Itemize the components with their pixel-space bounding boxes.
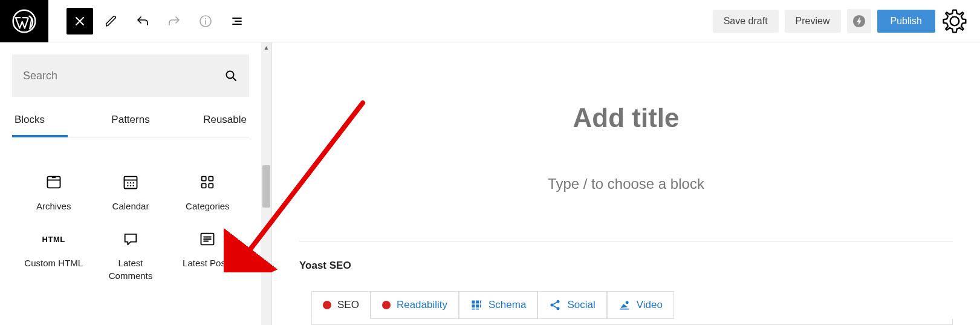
outline-button[interactable] xyxy=(224,8,250,34)
svg-point-27 xyxy=(557,300,560,303)
edit-tool-button[interactable] xyxy=(98,8,125,34)
amp-badge[interactable] xyxy=(847,9,871,33)
tab-label: SEO xyxy=(337,299,359,311)
svg-rect-13 xyxy=(202,177,206,181)
close-icon xyxy=(73,14,87,28)
svg-rect-14 xyxy=(209,177,213,181)
yoast-tabs: SEO Readability Schema Social Video xyxy=(299,291,953,319)
latest-posts-icon xyxy=(199,231,216,248)
yoast-tab-social[interactable]: Social xyxy=(537,291,606,319)
blocks-grid: Archives Calendar Categories HTML Custom… xyxy=(12,137,249,282)
svg-point-7 xyxy=(127,182,128,183)
svg-rect-18 xyxy=(472,301,475,304)
svg-rect-25 xyxy=(476,309,479,310)
block-label: Latest Comments xyxy=(109,257,153,282)
inserter-tabs: Blocks Patterns Reusable xyxy=(12,105,249,137)
tab-reusable[interactable]: Reusable xyxy=(169,105,249,137)
tab-label: Video xyxy=(637,299,663,311)
svg-rect-5 xyxy=(47,177,60,188)
svg-rect-22 xyxy=(476,304,479,307)
scrollbar-up-icon[interactable]: ▲ xyxy=(261,42,271,53)
publish-button[interactable]: Publish xyxy=(877,10,935,33)
calendar-icon xyxy=(122,174,139,191)
search-icon xyxy=(224,68,238,83)
yoast-content xyxy=(311,319,953,325)
svg-rect-20 xyxy=(480,301,481,304)
redo-button[interactable] xyxy=(161,8,187,34)
block-label: Archives xyxy=(36,200,71,212)
yoast-title: Yoast SEO xyxy=(299,260,953,272)
svg-rect-23 xyxy=(480,304,481,307)
svg-point-10 xyxy=(127,185,128,186)
svg-point-8 xyxy=(130,182,131,183)
yoast-tab-seo[interactable]: SEO xyxy=(311,291,371,319)
block-label: Calendar xyxy=(112,200,149,212)
save-draft-button[interactable]: Save draft xyxy=(713,10,779,33)
close-inserter-button[interactable] xyxy=(67,8,93,34)
list-view-icon xyxy=(230,14,244,28)
block-label: Latest Posts xyxy=(183,257,233,269)
block-latest-comments[interactable]: Latest Comments xyxy=(95,231,166,282)
schema-icon xyxy=(470,299,482,311)
video-icon xyxy=(618,299,631,311)
preview-button[interactable]: Preview xyxy=(785,10,841,33)
tab-patterns[interactable]: Patterns xyxy=(92,105,169,137)
undo-button[interactable] xyxy=(129,8,156,34)
svg-rect-24 xyxy=(472,309,475,310)
scrollbar-thumb[interactable] xyxy=(262,165,270,208)
undo-icon xyxy=(135,14,150,28)
svg-point-28 xyxy=(557,307,560,310)
svg-rect-19 xyxy=(476,301,479,304)
block-calendar[interactable]: Calendar xyxy=(95,174,166,212)
block-archives[interactable]: Archives xyxy=(18,174,89,212)
pencil-icon xyxy=(104,14,118,28)
svg-point-2 xyxy=(205,18,206,19)
tab-label: Readability xyxy=(397,299,447,311)
block-custom-html[interactable]: HTML Custom HTML xyxy=(18,231,89,282)
svg-point-9 xyxy=(132,182,134,183)
svg-rect-21 xyxy=(472,304,475,307)
block-inserter-panel: ▲ Blocks Patterns Reusable Archives C xyxy=(0,42,272,325)
tab-blocks[interactable]: Blocks xyxy=(12,105,92,137)
status-dot-icon xyxy=(382,301,391,309)
status-dot-icon xyxy=(323,301,331,309)
block-prompt[interactable]: Type / to choose a block xyxy=(548,176,704,192)
svg-point-11 xyxy=(130,185,131,186)
categories-icon xyxy=(199,174,216,191)
yoast-seo-panel: Yoast SEO SEO Readability Schema Social xyxy=(299,241,953,325)
block-search xyxy=(12,54,249,97)
block-categories[interactable]: Categories xyxy=(172,174,243,212)
redo-icon xyxy=(167,14,181,28)
block-label: Custom HTML xyxy=(24,257,83,269)
scrollbar[interactable]: ▲ xyxy=(261,42,271,325)
editor-canvas: Type / to choose a block Yoast SEO SEO R… xyxy=(272,42,980,325)
toolbar-right-tools: Save draft Preview Publish xyxy=(713,8,980,34)
block-label: Categories xyxy=(186,200,230,212)
settings-button[interactable] xyxy=(941,8,968,34)
wordpress-logo[interactable] xyxy=(0,0,48,42)
svg-rect-16 xyxy=(209,183,213,188)
editor-main: ▲ Blocks Patterns Reusable Archives C xyxy=(0,42,980,325)
svg-point-12 xyxy=(132,185,134,186)
yoast-tab-readability[interactable]: Readability xyxy=(371,291,459,319)
svg-point-29 xyxy=(625,301,628,304)
amp-icon xyxy=(852,15,866,28)
gear-icon xyxy=(941,8,968,34)
block-latest-posts[interactable]: Latest Posts xyxy=(172,231,243,282)
tab-label: Schema xyxy=(488,299,526,311)
editor-top-toolbar: Save draft Preview Publish xyxy=(0,0,980,42)
archives-icon xyxy=(45,174,62,191)
yoast-tab-video[interactable]: Video xyxy=(607,291,674,319)
info-icon xyxy=(198,14,213,28)
share-icon xyxy=(549,299,561,311)
svg-point-26 xyxy=(551,304,554,307)
info-button[interactable] xyxy=(192,8,219,34)
toolbar-left-tools xyxy=(48,8,250,34)
comment-icon xyxy=(122,231,139,248)
html-icon: HTML xyxy=(42,235,65,244)
yoast-tab-schema[interactable]: Schema xyxy=(459,291,537,319)
tab-label: Social xyxy=(567,299,595,311)
search-input[interactable] xyxy=(23,70,224,82)
post-title-input[interactable] xyxy=(455,103,798,133)
svg-rect-15 xyxy=(202,183,206,188)
